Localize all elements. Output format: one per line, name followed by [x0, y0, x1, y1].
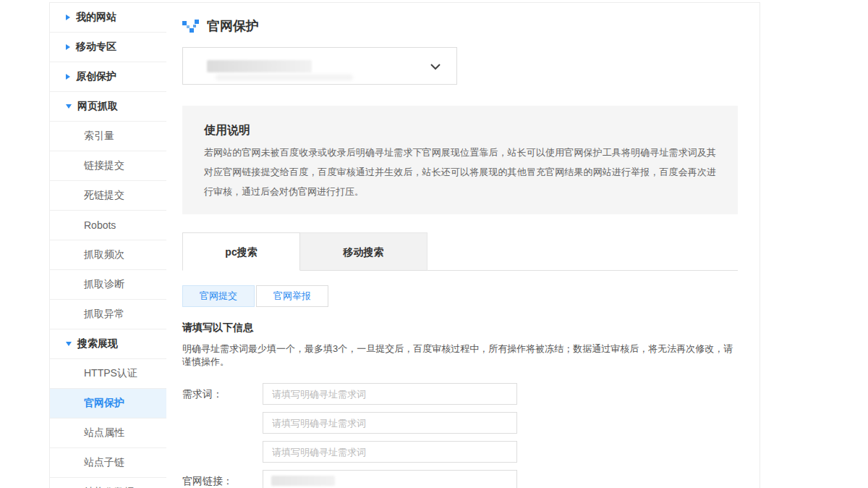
sidebar-item-label: Robots [84, 219, 116, 231]
tab-pc-search[interactable]: pc搜索 [182, 232, 300, 271]
sidebar-item-label: 抓取频次 [84, 248, 124, 261]
sidebar-item-label: 抓取诊断 [84, 278, 124, 291]
usage-body: 若网站的官网未被百度收录或收录后明确寻址需求下官网展现位置靠后，站长可以使用官网… [204, 143, 716, 201]
sidebar-item-site-sublink[interactable]: 站点子链 [50, 448, 166, 478]
baidu-v-icon [182, 20, 200, 33]
keyword-input-1[interactable] [263, 383, 517, 405]
sidebar-item-mobile-zone[interactable]: 移动专区 [50, 33, 166, 62]
usage-instructions-box: 使用说明 若网站的官网未被百度收录或收录后明确寻址需求下官网展现位置靠后，站长可… [182, 106, 738, 214]
sidebar-item-crawl-diagnosis[interactable]: 抓取诊断 [50, 270, 166, 300]
sidebar-item-index-volume[interactable]: 索引量 [50, 122, 166, 151]
sidebar-item-label: 原创保护 [76, 70, 116, 83]
form-note: 明确寻址需求词最少填一个，最多填3个，一旦提交后，百度审核过程中，所有操作将被冻… [182, 342, 738, 369]
page-header: 官网保护 [182, 18, 738, 34]
sidebar-item-web-crawl[interactable]: 网页抓取 [50, 92, 166, 122]
sidebar-item-official-site-protection[interactable]: 官网保护 [50, 389, 166, 418]
sidebar-item-label: 我的网站 [76, 11, 116, 24]
subtab-official-report[interactable]: 官网举报 [256, 285, 328, 307]
sidebar-item-label: 站点子链 [84, 456, 124, 469]
sidebar-item-label: 站点属性 [84, 426, 124, 439]
sidebar-item-https-cert[interactable]: HTTPS认证 [50, 359, 166, 389]
sidebar-item-original-protection[interactable]: 原创保护 [50, 62, 166, 92]
sidebar-item-crawl-exception[interactable]: 抓取异常 [50, 300, 166, 329]
tab-filler [427, 232, 738, 271]
keyword-input-3[interactable] [263, 441, 517, 463]
sidebar-item-label: 死链提交 [84, 189, 124, 202]
triangle-down-icon [66, 342, 72, 346]
sidebar-item-deadlink-submit[interactable]: 死链提交 [50, 181, 166, 211]
keyword-input-2[interactable] [263, 412, 517, 434]
triangle-right-icon [66, 74, 70, 80]
search-type-tabs: pc搜索 移动搜索 [182, 232, 738, 271]
sidebar-item-site-attribute[interactable]: 站点属性 [50, 418, 166, 448]
sidebar-item-label: 索引量 [84, 130, 114, 143]
form-heading: 请填写以下信息 [182, 321, 738, 335]
sidebar-item-robots[interactable]: Robots [50, 211, 166, 240]
main-panel: 官网保护 使用说明 若网站的官网未被百度收录或收录后明确寻址需求下官网展现位置靠… [166, 2, 760, 488]
sidebar-item-label: 移动专区 [76, 41, 116, 54]
triangle-right-icon [66, 44, 70, 50]
sidebar-item-search-display[interactable]: 搜索展现 [50, 329, 166, 359]
tab-mobile-search[interactable]: 移动搜索 [300, 232, 427, 271]
redacted-link-value [271, 476, 335, 486]
sidebar-item-link-submit[interactable]: 链接提交 [50, 151, 166, 181]
sidebar-item-structured-data[interactable]: 结构化数据 [50, 478, 166, 488]
sidebar-item-label: HTTPS认证 [84, 367, 137, 380]
page-title: 官网保护 [207, 17, 259, 35]
chevron-down-icon [430, 64, 441, 70]
sidebar-item-label: 链接提交 [84, 159, 124, 172]
redacted-site-smear [216, 75, 353, 80]
sidebar-item-label: 官网保护 [84, 397, 124, 410]
link-label: 官网链接： [182, 470, 263, 488]
protection-form: 需求词： 官网链接： [182, 383, 738, 488]
sidebar-item-crawl-frequency[interactable]: 抓取频次 [50, 240, 166, 270]
sidebar-item-my-sites[interactable]: 我的网站 [50, 3, 166, 33]
sidebar-item-label: 网页抓取 [77, 100, 118, 113]
keyword-inputs [263, 383, 517, 463]
action-subtabs: 官网提交 官网举报 [182, 285, 738, 307]
sidebar: 我的网站移动专区原创保护网页抓取索引量链接提交死链提交Robots抓取频次抓取诊… [49, 2, 166, 488]
triangle-down-icon [66, 104, 72, 109]
sidebar-item-label: 抓取异常 [84, 308, 124, 321]
keyword-label: 需求词： [182, 383, 263, 463]
usage-title: 使用说明 [204, 124, 716, 137]
keyword-row: 需求词： [182, 383, 738, 463]
official-link-input[interactable] [263, 470, 517, 488]
redacted-site-name [207, 60, 312, 72]
sidebar-item-label: 搜索展现 [77, 337, 118, 350]
link-row: 官网链接： [182, 470, 738, 488]
subtab-official-submit[interactable]: 官网提交 [182, 285, 255, 307]
site-selector-dropdown[interactable] [182, 47, 457, 85]
triangle-right-icon [66, 14, 70, 20]
